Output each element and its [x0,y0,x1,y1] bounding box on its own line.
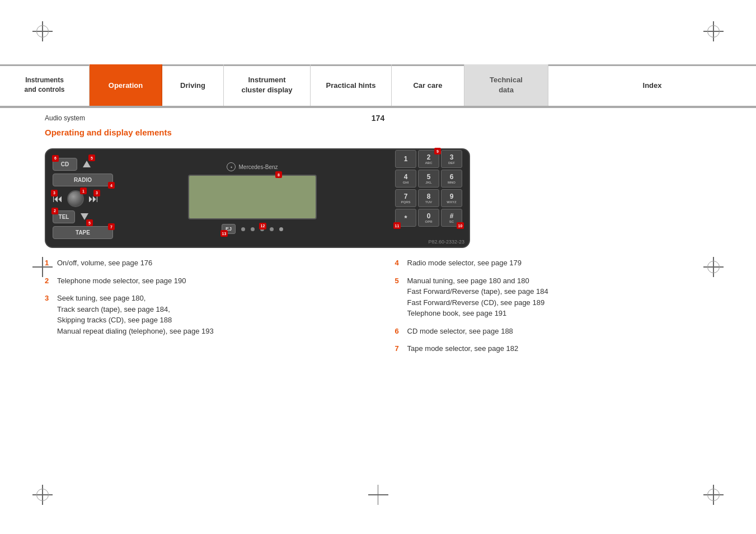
dot4[interactable] [270,227,274,231]
crosshair-top-right [703,21,724,41]
display-badge-8: 8 [275,171,282,178]
page-label: Audio system [45,114,85,122]
key-0[interactable]: 0 OPR [418,209,439,227]
item-6: 6 CD mode selector, see page 188 [395,326,712,337]
cd-button[interactable]: CD 6 [53,158,77,171]
dot3[interactable]: 12 [260,227,264,231]
tape-button[interactable]: TAPE 7 [53,226,113,239]
item-3-text: Seek tuning, see page 180, Track search … [57,293,214,336]
page-number: 174 [372,114,384,123]
key-4[interactable]: 4 GHI [395,170,416,188]
up-arrow-btn[interactable]: 5 [80,157,93,171]
badge-5-bottom: 5 [86,219,93,226]
key-5[interactable]: 5 JKL [418,170,439,188]
badge-3-skipback: 3 [51,190,58,196]
item-6-text: CD mode selector, see page 188 [407,326,513,337]
key-2[interactable]: 9 2 ABC [418,150,439,168]
dot1[interactable] [241,227,245,231]
item-5: 5 Manual tuning, see page 180 and 180 Fa… [395,275,712,319]
radio-badge-4: 4 [108,182,115,189]
nav-item-driving[interactable]: Driving [162,64,224,106]
key-hash[interactable]: 10 # SC [441,209,462,227]
badge-1-knob: 1 [80,188,87,194]
key-star[interactable]: 11 * [395,209,416,227]
key-8[interactable]: 8 TUV [418,189,439,207]
mercedes-logo-area: ✦ Mercedes-Benz [227,162,278,171]
key-1[interactable]: 1 [395,150,416,168]
radio-button[interactable]: RADIO 4 [53,174,113,186]
crosshair-right-center [703,257,724,277]
nav-item-instrument-cluster[interactable]: Instrument cluster display [224,64,311,106]
cd-badge: 6 [52,155,59,162]
ej-badge-13: 13 [220,230,228,237]
item-1: 1 On/off, volume, see page 176 [45,257,361,269]
down-arrow-btn[interactable]: 5 [78,210,91,223]
item-4: 4 Radio mode selector, see page 179 [395,257,712,269]
item-4-text: Radio mode selector, see page 179 [407,257,522,269]
nav-item-instruments[interactable]: Instruments and controls [0,64,90,106]
crosshair-top-left [32,21,53,41]
item-3-number: 3 [45,293,53,336]
radio-ref: P82.60-2332-23 [428,239,464,245]
item-2: 2 Telephone mode selector, see page 190 [45,275,361,287]
tel-button[interactable]: TEL 2 [53,210,75,223]
display-screen: 8 [188,175,317,219]
badge-5-top: 5 [88,154,95,161]
page-info-row: Audio system 174 [0,112,756,124]
knob[interactable]: 1 [67,190,84,207]
dot2[interactable] [251,227,255,231]
crosshair-bottom-right [703,485,724,505]
item-4-number: 4 [395,257,403,269]
nav-item-operation[interactable]: Operation [90,64,162,106]
item-3: 3 Seek tuning, see page 180, Track searc… [45,293,361,336]
item-7-text: Tape mode selector, see page 182 [407,343,519,354]
nav-item-car-care[interactable]: Car care [392,64,464,106]
radio-center-panel: ✦ Mercedes-Benz 8 EJ 13 12 [118,162,387,234]
radio-keypad: 1 9 2 ABC 3 DEF 4 GHI 5 JKL 6 MNO 7 PQRS [395,150,462,246]
item-7: 7 Tape mode selector, see page 182 [395,343,712,354]
badge-10: 10 [457,222,464,229]
item-5-number: 5 [395,275,403,319]
badge-3-skipfwd: 3 [93,190,100,196]
skip-back-btn[interactable]: 3 ⏮ [53,193,63,205]
item-5-text: Manual tuning, see page 180 and 180 Fast… [407,275,548,319]
skip-fwd-btn[interactable]: 3 ⏭ [88,193,98,205]
crosshair-left-center [32,257,53,277]
nav-item-practical-hints[interactable]: Practical hints [311,64,392,106]
content-right: 4 Radio mode selector, see page 179 5 Ma… [395,257,712,361]
radio-left-panel: CD 6 5 RADIO 4 3 ⏮ 1 3 [53,157,113,239]
badge-9: 9 [434,148,441,154]
crosshair-bottom-left [32,485,53,505]
dot5[interactable] [279,227,283,231]
item-7-number: 7 [395,343,403,354]
key-7[interactable]: 7 PQRS [395,189,416,207]
item-1-text: On/off, volume, see page 176 [57,257,152,269]
dots-badge-12: 12 [259,223,266,229]
nav-item-index[interactable]: Index [548,64,756,106]
content-left: 1 On/off, volume, see page 176 2 Telepho… [45,257,361,361]
content-area: 1 On/off, volume, see page 176 2 Telepho… [45,257,711,361]
nav-bottom-rule [0,107,756,108]
section-title: Operating and display elements [45,128,172,137]
tel-badge-2: 2 [51,208,58,214]
nav-bar: Instruments and controls Operation Drivi… [0,64,756,107]
key-3[interactable]: 3 DEF [441,150,462,168]
item-6-number: 6 [395,326,403,337]
badge-11: 11 [393,222,401,229]
radio-device: CD 6 5 RADIO 4 3 ⏮ 1 3 [45,148,470,248]
ej-button[interactable]: EJ 13 [222,224,236,234]
key-9[interactable]: 9 WXYZ [441,189,462,207]
item-2-text: Telephone mode selector, see page 190 [57,275,186,287]
tape-badge-7: 7 [108,223,115,230]
crosshair-bottom-center [368,485,388,505]
nav-item-technical-data[interactable]: Technical data [464,64,548,106]
key-6[interactable]: 6 MNO [441,170,462,188]
